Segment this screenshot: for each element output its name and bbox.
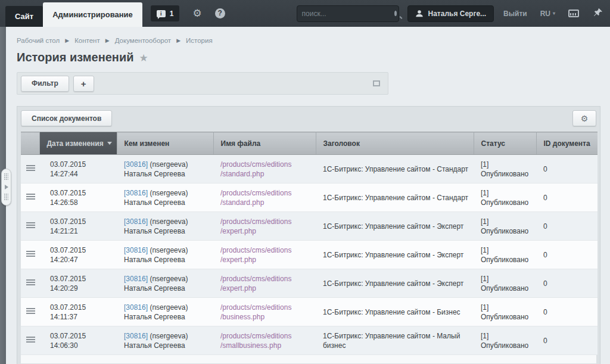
table-header: Дата изменения Кем изменен Имя файла Заг… <box>21 132 597 155</box>
file-path-link[interactable]: /smallbusiness.php <box>220 341 312 350</box>
time-value: 14:20:47 <box>50 255 113 265</box>
file-path-link[interactable]: /products/cms/editions <box>220 160 312 169</box>
time-value: 14:06:30 <box>50 341 113 350</box>
file-path-link[interactable]: /products/cms/editions <box>220 188 312 198</box>
logout-link[interactable]: Выйти <box>503 10 527 18</box>
user-fullname: Наталья Сергеева <box>124 169 210 179</box>
user-id-link[interactable]: [30816] <box>124 246 148 254</box>
file-path-link[interactable]: /expert.php <box>220 226 312 236</box>
user-id-link[interactable]: [30816] <box>124 189 148 197</box>
column-editor[interactable]: Кем изменен <box>117 132 213 155</box>
notifications-button[interactable]: i 1 <box>151 5 180 21</box>
row-menu-icon[interactable] <box>26 335 35 344</box>
cell-date: 03.07.2015 14:06:30 <box>39 326 117 355</box>
settings-gear-icon: ⚙ <box>581 114 589 123</box>
gear-icon[interactable]: ⚙ <box>192 8 201 18</box>
breadcrumb-history[interactable]: История <box>186 37 213 44</box>
filter-bar: Фильтр + <box>17 72 388 95</box>
cell-status: [1] Опубликовано <box>474 326 536 355</box>
favorite-star-icon[interactable]: ★ <box>139 52 148 64</box>
user-id-link[interactable]: [30816] <box>124 275 148 283</box>
file-path-link[interactable]: /business.php <box>220 312 312 322</box>
row-menu-icon[interactable] <box>26 192 35 201</box>
page-title: История изменений ★ <box>17 51 600 64</box>
date-value: 03.07.2015 <box>50 274 113 284</box>
column-title-label: Заголовок <box>323 139 360 148</box>
pin-icon[interactable] <box>593 8 603 20</box>
user-menu[interactable]: Наталья Серге... <box>407 5 494 22</box>
column-status[interactable]: Статус <box>474 132 536 155</box>
cell-editor: [30816] (nsergeeva) Наталья Сергеева <box>117 183 213 212</box>
time-value: 14:27:44 <box>50 169 113 179</box>
file-path-link[interactable]: /products/cms/editions <box>220 274 312 284</box>
cell-date: 03.07.2015 14:20:47 <box>39 241 117 269</box>
tab-document-list[interactable]: Список документов <box>21 110 112 126</box>
cell-doc-id: 0 <box>536 326 597 355</box>
language-selector[interactable]: RU ▾ <box>540 10 555 18</box>
chevron-down-icon: ▾ <box>553 11 555 16</box>
cell-doc-id: 0 <box>536 298 597 326</box>
breadcrumb: Рабочий стол ▶ Контент ▶ Документооборот… <box>17 37 600 44</box>
user-id-link[interactable]: [30816] <box>124 160 148 169</box>
table-row: 03.07.2015 14:21:21 [30816] (nsergeeva) … <box>21 212 597 241</box>
help-icon[interactable]: ? <box>215 8 225 18</box>
user-login: (nsergeeva) <box>150 160 188 169</box>
user-id-link[interactable]: [30816] <box>124 303 148 312</box>
cell-status: [1] Опубликовано <box>474 241 536 269</box>
tab-site[interactable]: Сайт <box>5 6 43 27</box>
file-path-link[interactable]: /products/cms/editions <box>220 303 312 312</box>
grid-settings-button[interactable]: ⚙ <box>572 110 596 126</box>
user-login: (nsergeeva) <box>150 189 188 197</box>
filter-button[interactable]: Фильтр <box>21 76 69 92</box>
tab-administration[interactable]: Администрирование <box>43 2 142 27</box>
breadcrumb-desktop[interactable]: Рабочий стол <box>17 37 60 44</box>
file-path-link[interactable]: /expert.php <box>220 255 312 265</box>
cell-row-menu <box>21 269 39 298</box>
cell-editor: [30816] (nsergeeva) Наталья Сергеева <box>117 155 213 183</box>
search-input[interactable] <box>302 10 394 18</box>
user-id-link[interactable]: [30816] <box>124 217 148 226</box>
search-box <box>297 5 399 22</box>
column-editor-label: Кем изменен <box>125 139 170 148</box>
column-date-sorted[interactable]: Дата изменения <box>39 132 117 155</box>
user-login: (nsergeeva) <box>150 217 188 226</box>
toolbar-panel-icon[interactable] <box>568 10 579 17</box>
user-id-link[interactable]: [30816] <box>124 332 148 340</box>
row-menu-icon[interactable] <box>26 278 35 287</box>
cell-filename: /products/cms/editions /standard.php <box>213 183 316 212</box>
time-value: 14:11:37 <box>50 312 113 322</box>
column-doc-id-label: ID документа <box>544 139 590 148</box>
file-path-link[interactable]: /products/cms/editions <box>220 245 312 255</box>
row-menu-icon[interactable] <box>26 307 35 315</box>
column-filename[interactable]: Имя файла <box>213 132 316 155</box>
file-path-link[interactable]: /standard.php <box>220 198 312 207</box>
cell-row-menu <box>21 326 39 355</box>
filter-expand-icon[interactable] <box>373 80 380 86</box>
cell-doc-id: 0 <box>536 241 597 269</box>
cell-date: 03.07.2015 14:26:58 <box>39 183 117 212</box>
user-fullname: Наталья Сергеева <box>124 284 210 293</box>
row-menu-icon[interactable] <box>26 164 35 172</box>
date-value: 03.07.2015 <box>50 188 113 198</box>
file-path-link[interactable]: /standard.php <box>220 169 312 179</box>
row-menu-icon[interactable] <box>26 221 35 229</box>
file-path-link[interactable]: /products/cms/editions <box>220 217 312 226</box>
row-menu-icon[interactable] <box>26 250 35 258</box>
column-title[interactable]: Заголовок <box>316 132 474 155</box>
cell-status: [1] Опубликовано <box>474 212 536 241</box>
date-value: 03.07.2015 <box>50 217 113 226</box>
cell-row-menu <box>21 298 39 326</box>
file-path-link[interactable]: /expert.php <box>220 284 312 293</box>
table-footer-space <box>21 355 596 363</box>
add-filter-button[interactable]: + <box>73 76 94 92</box>
time-value: 14:21:21 <box>50 226 113 236</box>
search-icon[interactable] <box>394 11 397 16</box>
breadcrumb-content[interactable]: Контент <box>74 37 100 44</box>
cell-filename: /products/cms/editions /business.php <box>213 298 316 326</box>
cell-doc-id: 0 <box>536 155 597 183</box>
breadcrumb-workflow[interactable]: Документооборот <box>115 37 171 44</box>
file-path-link[interactable]: /products/cms/editions <box>220 331 312 341</box>
table-row: 03.07.2015 14:06:30 [30816] (nsergeeva) … <box>21 326 597 355</box>
column-doc-id[interactable]: ID документа <box>536 132 597 155</box>
user-fullname: Наталья Сергеева <box>124 341 210 350</box>
